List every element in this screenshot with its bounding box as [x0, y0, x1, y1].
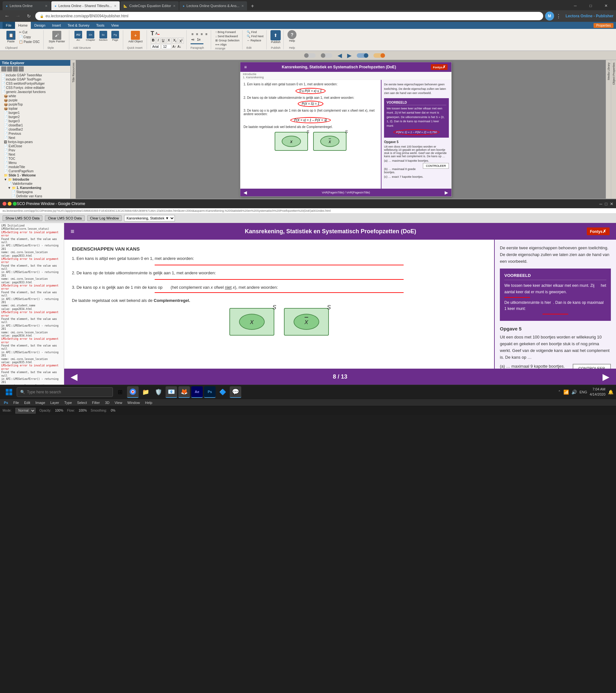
subscript-button[interactable]: Xi [172, 38, 177, 44]
paste-button[interactable]: 📋 Paste [5, 30, 17, 44]
prev-page-btn[interactable]: ◀ [243, 190, 247, 195]
tree-item-topbar[interactable]: 📦 topbar [0, 106, 70, 111]
group-selection-button[interactable]: ⊞ Group Selection [215, 39, 240, 42]
cut-button[interactable]: ✂ Cut [18, 30, 41, 34]
ribbon-tab-home[interactable]: Home [15, 22, 31, 29]
tree-item-css-fontys[interactable]: 📄 CSS Fontys -inline editable [0, 86, 70, 90]
toggle-2[interactable] [321, 53, 332, 58]
sco-next-btn[interactable]: ▶ [602, 372, 610, 382]
ps-menu-3d[interactable]: 3D [102, 399, 112, 406]
ribbon-tab-tools[interactable]: Tools [93, 22, 108, 29]
start-button[interactable] [3, 385, 15, 398]
strikethrough-button[interactable]: X [166, 38, 171, 44]
next-page-btn[interactable]: ▶ [445, 190, 448, 195]
sco-win-close2[interactable]: ✕ [610, 201, 613, 206]
tree-item-prev[interactable]: 📄 Prev [0, 148, 70, 152]
window-close[interactable]: ✕ [599, 1, 613, 10]
align-center-button[interactable]: ≡ [195, 32, 199, 37]
ribbon-tab-file[interactable]: File [3, 22, 15, 29]
tray-lang[interactable]: ENG [579, 390, 587, 394]
nav-refresh[interactable]: ↻ [24, 14, 33, 19]
tree-item-next2[interactable]: 📄 Next [0, 152, 70, 157]
tree-item-closebar2[interactable]: 📄 closeBar2 [0, 127, 70, 132]
tree-item-js[interactable]: 📄 generic Javascript functions [0, 90, 70, 94]
toggle-3[interactable] [357, 53, 368, 58]
section-button[interactable]: Sc Section [98, 30, 109, 42]
sco-win-close[interactable] [3, 202, 6, 206]
sco-prev-btn[interactable]: ◀ [71, 372, 78, 382]
tree-item-burger3[interactable]: 📄 burger3 [0, 119, 70, 123]
taskbar-app-cortana[interactable]: ⊞ [114, 386, 126, 398]
te-btn-3[interactable] [13, 66, 18, 72]
ps-menu-select[interactable]: Select [75, 399, 90, 406]
find-button[interactable]: 🔍 Find [246, 30, 264, 34]
tab-close-2[interactable]: ✕ [114, 4, 117, 8]
clear-log-btn[interactable]: Clear Log Window [87, 215, 122, 221]
right-panel-tab[interactable]: Title Resources [71, 60, 76, 199]
tree-item-uitkomstenruimte[interactable]: 📄 Uitkomstenruimte [0, 198, 70, 199]
notification-btn[interactable]: 🔔 [608, 390, 613, 395]
tab-questions[interactable]: ● Lectora Online Questions & Ans... ✕ [179, 1, 247, 10]
font-family-select[interactable]: Arial [151, 44, 160, 49]
te-btn-2[interactable] [7, 66, 12, 72]
taskbar-app-files[interactable]: 📁 [140, 386, 152, 398]
tray-up-arrow[interactable]: ⌃ [558, 390, 561, 394]
ps-menu-window[interactable]: Window [125, 399, 142, 406]
ribbon-tab-text[interactable]: Text & Survey [64, 22, 93, 29]
align-button[interactable]: ⟺ Align [215, 43, 240, 46]
tree-item-purpletop[interactable]: 📦 purpleTop [0, 102, 70, 106]
bold-button[interactable]: B [151, 38, 156, 44]
text-button[interactable]: T [151, 30, 154, 37]
help-button[interactable]: ? Help [287, 30, 296, 42]
publish-button[interactable]: ⬆ Publish [271, 30, 281, 44]
taskbar-app-chrome[interactable] [127, 386, 139, 398]
tab-add[interactable]: + [248, 2, 257, 10]
font-size-select[interactable]: 12 [162, 44, 171, 49]
tree-item-slide1[interactable]: 📁 Slide 1 - Welcome [0, 173, 70, 177]
tab-close-4[interactable]: ✕ [241, 4, 244, 8]
te-btn-4[interactable] [19, 66, 24, 72]
ps-menu-file[interactable]: File [11, 399, 21, 406]
tree-item-gsap-tween[interactable]: 📄include GSAP TweenMax [0, 73, 70, 77]
tree-item-current-page[interactable]: 📄 CurrentPageNum [0, 169, 70, 173]
tree-item-gsap-text[interactable]: 📄include GSAP TextPlugin [0, 77, 70, 81]
taskbar-app-blue[interactable]: 🔷 [217, 386, 228, 398]
ribbon-tab-design[interactable]: Design [31, 22, 48, 29]
toggle-1[interactable] [304, 53, 316, 58]
tree-item-menu[interactable]: 📄 Menu [0, 161, 70, 165]
taskbar-search[interactable]: 🔍 Type here to search [17, 387, 113, 397]
tab-lectora-online[interactable]: ● Lectora Online ✕ [3, 1, 51, 10]
tab-close-3[interactable]: ✕ [173, 4, 176, 8]
nav-prev-arrow[interactable]: ◀ [338, 52, 342, 59]
chapter-button[interactable]: Ch Chapter [85, 30, 96, 42]
tree-item-fontys-logo[interactable]: 🖼 fontys-logo-pears [0, 140, 70, 144]
nav-back[interactable]: ← [3, 13, 12, 19]
ps-menu-filter[interactable]: Filter [90, 399, 102, 406]
tab-shared-titles[interactable]: ● Lectora Online - Shared Titles/fo... ✕ [51, 1, 120, 10]
media-library-tab[interactable]: Media Library [606, 60, 611, 199]
paste-osc-button[interactable]: 📋 Paste OSC [18, 40, 41, 44]
ps-menu-help[interactable]: Help [142, 399, 155, 406]
clear-lms-btn[interactable]: Clear LMS SCO Data [45, 215, 84, 221]
properties-badge[interactable]: Properties [594, 23, 613, 28]
controleer-button[interactable]: CONTROLEER [423, 163, 449, 169]
tab-codecogs[interactable]: 📐 CodeCogs Equation Editor ✕ [120, 1, 179, 10]
style-painter-button[interactable]: 🖌 Style Painter [47, 30, 66, 44]
au-button[interactable]: AU AU [73, 30, 83, 42]
nav-forward[interactable]: → [14, 13, 22, 19]
browser-menu[interactable]: ⋮ [556, 13, 561, 19]
tree-item-previous[interactable]: 📄 Previous [0, 132, 70, 136]
send-backward-button[interactable]: ↓ Send Backward [215, 34, 240, 38]
sco-hamburger-icon[interactable]: ≡ [71, 228, 75, 235]
address-bar[interactable]: 🔒 eu.lectoraonline.com/app/BN0094/publis… [35, 12, 543, 20]
sco-controleer-btn[interactable]: CONTROLEER [573, 364, 611, 369]
taskbar-app-shield[interactable]: 🛡️ [153, 386, 164, 398]
sco-win-min[interactable] [8, 202, 12, 206]
tree-item-definitie[interactable]: 📄 Definitie van Kans [0, 194, 70, 198]
ps-mode-select[interactable]: Normal [15, 408, 36, 414]
font-size-up[interactable]: A↑ [173, 45, 176, 48]
ps-menu-image[interactable]: Image [33, 399, 48, 406]
ps-menu-layer[interactable]: Layer [48, 399, 62, 406]
tray-volume[interactable]: 🔊 [571, 390, 577, 395]
find-next-button[interactable]: 🔍 Find Next [246, 34, 264, 38]
